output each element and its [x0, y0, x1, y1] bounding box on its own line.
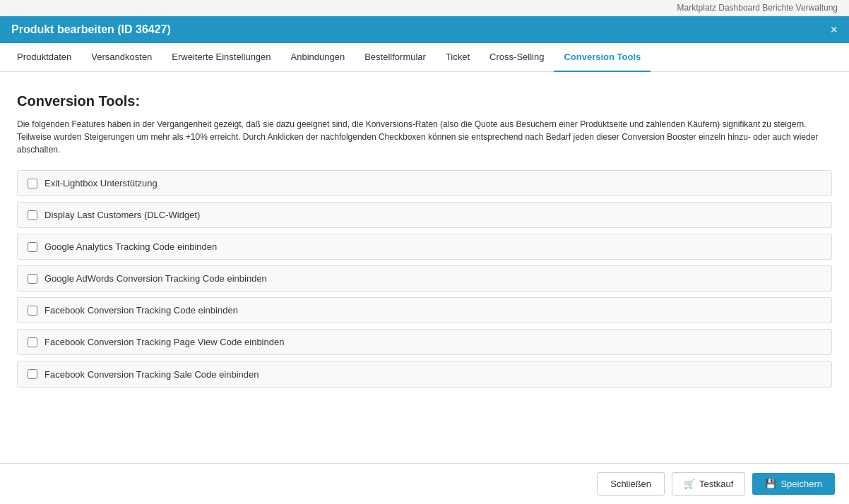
save-button[interactable]: 💾 Speichern [752, 473, 835, 495]
checkbox-exit-lightbox[interactable] [28, 179, 37, 188]
tab-conversiontools[interactable]: Conversion Tools [554, 43, 651, 72]
close-button[interactable]: Schließen [597, 472, 665, 496]
checkbox-display-last-customers[interactable] [28, 210, 37, 220]
checkbox-facebook-conversion[interactable] [28, 306, 37, 316]
checkbox-facebook-sale[interactable] [28, 369, 37, 379]
checkbox-label-facebook-page-view[interactable]: Facebook Conversion Tracking Page View C… [44, 337, 284, 347]
save-icon: 💾 [765, 479, 776, 489]
list-item[interactable]: Google Analytics Tracking Code einbinden [17, 234, 832, 260]
tab-anbindungen[interactable]: Anbindungen [281, 43, 355, 72]
testkauf-button[interactable]: 🛒 Testkauf [672, 472, 745, 496]
cart-icon: 🛒 [684, 479, 695, 489]
section-title: Conversion Tools: [17, 93, 832, 109]
list-item[interactable]: Facebook Conversion Tracking Sale Code e… [17, 361, 832, 388]
tab-versandkosten[interactable]: Versandkosten [81, 43, 162, 72]
checkbox-label-facebook-conversion[interactable]: Facebook Conversion Tracking Code einbin… [44, 305, 238, 316]
tab-crossselling[interactable]: Cross-Selling [480, 43, 554, 72]
checkbox-google-analytics[interactable] [28, 242, 37, 252]
modal-footer: Schließen 🛒 Testkauf 💾 Speichern [0, 463, 849, 504]
tab-produktdaten[interactable]: Produktdaten [7, 43, 81, 72]
testkauf-label: Testkauf [699, 479, 733, 489]
modal-body: Conversion Tools: Die folgenden Features… [0, 72, 849, 463]
modal-title: Produkt bearbeiten (ID 36427) [11, 23, 171, 36]
checkbox-label-display-last-customers[interactable]: Display Last Customers (DLC-Widget) [44, 210, 200, 220]
save-label: Speichern [780, 479, 822, 489]
checkbox-label-google-adwords[interactable]: Google AdWords Conversion Tracking Code … [44, 273, 267, 284]
top-bar-text: Marktplatz Dashboard Berichte Verwaltung [677, 3, 838, 13]
list-item[interactable]: Google AdWords Conversion Tracking Code … [17, 265, 832, 292]
list-item[interactable]: Display Last Customers (DLC-Widget) [17, 202, 832, 228]
list-item[interactable]: Facebook Conversion Tracking Page View C… [17, 329, 832, 355]
tab-erweiterte[interactable]: Erweiterte Einstellungen [162, 43, 280, 72]
tab-bestellformular[interactable]: Bestellformular [355, 43, 436, 72]
checkbox-facebook-page-view[interactable] [28, 337, 37, 347]
modal-window: Marktplatz Dashboard Berichte Verwaltung… [0, 0, 849, 504]
top-bar: Marktplatz Dashboard Berichte Verwaltung [0, 0, 849, 16]
tabs-bar: Produktdaten Versandkosten Erweiterte Ei… [0, 43, 849, 72]
checkbox-google-adwords[interactable] [28, 274, 37, 284]
checkbox-label-google-analytics[interactable]: Google Analytics Tracking Code einbinden [44, 241, 217, 252]
section-description: Die folgenden Features haben in der Verg… [17, 118, 832, 156]
modal-header: Produkt bearbeiten (ID 36427) × [0, 16, 849, 43]
modal-close-button[interactable]: × [830, 23, 838, 36]
tab-ticket[interactable]: Ticket [436, 43, 480, 72]
checkbox-label-facebook-sale[interactable]: Facebook Conversion Tracking Sale Code e… [44, 369, 259, 380]
list-item[interactable]: Exit-Lightbox Unterstützung [17, 170, 832, 196]
checkbox-label-exit-lightbox[interactable]: Exit-Lightbox Unterstützung [44, 178, 158, 188]
checkbox-list: Exit-Lightbox Unterstützung Display Last… [17, 170, 832, 388]
list-item[interactable]: Facebook Conversion Tracking Code einbin… [17, 297, 832, 323]
